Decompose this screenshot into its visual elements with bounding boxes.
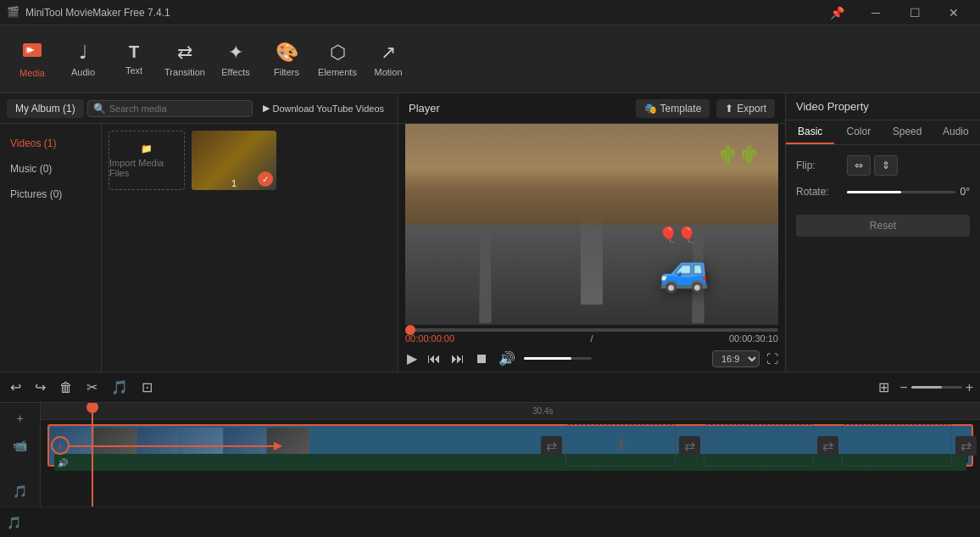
current-time: 00:00:00:00 [405,333,454,344]
app-icon: 🎬 [7,6,20,20]
rotate-row: Rotate: 0° [796,186,970,198]
toolbar-text[interactable]: T Text [109,30,159,89]
rewind-button[interactable]: ⏮ [426,350,443,368]
pin-button[interactable]: 📌 [817,0,856,25]
reset-button[interactable]: Reset [796,215,970,237]
flip-horizontal-button[interactable]: ⇔ [847,155,871,176]
media-label: Media [19,68,45,78]
layout-button[interactable]: ⊞ [875,378,893,397]
main-area: My Album (1) 🔍 ▶ Download YouTube Videos… [0,93,980,372]
motion-label: Motion [374,67,402,77]
toolbar-transition[interactable]: ⇄ Transition [159,30,210,89]
sidebar-music[interactable]: Music (0) [0,156,101,182]
youtube-label: Download YouTube Videos [273,103,385,114]
zoom-slider[interactable] [911,386,962,389]
template-button[interactable]: 🎭 Template [636,99,710,118]
slot-arrow-1[interactable]: ⇄ [541,436,562,456]
right-panel: Video Property Basic Color Speed Audio F… [785,93,980,372]
left-panel-content: Videos (1) Music (0) Pictures (0) 📁 Impo… [0,124,398,372]
timeline-content: + 📹 🎵 30.4s ↕ [0,403,980,506]
youtube-download-button[interactable]: ▶ Download YouTube Videos [256,101,392,115]
zoom-control: − + [899,380,973,395]
add-music-button[interactable]: 🎵 [7,516,21,529]
flip-row: Flip: ⇔ ⇕ [796,155,970,176]
rotate-control: 0° [847,186,970,198]
search-icon: 🔍 [93,103,106,115]
arrow-circle: ↕ [51,436,70,455]
toolbar-motion[interactable]: ↗ Motion [363,30,414,89]
prop-tab-basic[interactable]: Basic [786,120,834,144]
export-button[interactable]: ⬆ Export [716,99,775,118]
minimize-button[interactable]: ─ [856,0,895,25]
toolbar-audio[interactable]: ♩ Audio [58,30,109,89]
sidebar-pictures[interactable]: Pictures (0) [0,182,101,207]
video-property-header: Video Property [786,93,980,120]
video-preview: 🚙 🎈🎈 🌵🌵 [405,124,778,325]
stop-button[interactable]: ⏹ [473,350,490,368]
slot-arrow-4[interactable]: ⇄ [955,436,977,456]
search-input[interactable] [109,103,247,114]
player-time: 00:00:00:00 / 00:00:30:10 [398,332,785,345]
rotate-label: Rotate: [796,186,847,198]
prop-tab-audio[interactable]: Audio [932,120,980,144]
window-controls: 📌 ─ ☐ ✕ [817,0,973,25]
player-progress[interactable] [398,328,785,332]
progress-thumb[interactable] [405,325,415,335]
arrow-indicator: ↕ [51,436,70,455]
flip-vertical-button[interactable]: ⇕ [874,155,898,176]
music-track-area: 🎵 [0,506,980,537]
sidebar-videos[interactable]: Videos (1) [0,131,101,156]
playhead[interactable] [92,403,93,506]
toolbar-filters[interactable]: 🎨 Filters [261,30,312,89]
add-track-button[interactable]: + [8,406,32,430]
empty-slot-1: ⬇ [565,424,676,467]
media-thumbnail-1[interactable]: 1 ✓ [192,131,276,190]
delete-button[interactable]: 🗑 [56,378,76,397]
undo-button[interactable]: ↩ [7,378,25,397]
player-header: Player 🎭 Template ⬆ Export [398,93,785,124]
volume-slider[interactable] [524,357,592,360]
timeline-track-controls: + 📹 🎵 [0,403,41,506]
rotate-slider[interactable] [847,191,955,193]
my-album-tab[interactable]: My Album (1) [7,99,84,118]
motion-icon: ↗ [381,42,396,64]
close-button[interactable]: ✕ [934,0,973,25]
import-label: Import Media Files [109,158,184,178]
zoom-out-button[interactable]: − [899,380,907,395]
media-number: 1 [231,178,237,188]
total-time: 00:00:30:10 [729,333,778,344]
slot-arrow-2[interactable]: ⇄ [679,436,700,456]
left-panel: My Album (1) 🔍 ▶ Download YouTube Videos… [0,93,398,372]
video-crop-button[interactable]: ⊡ [138,378,156,397]
progress-bar[interactable] [405,328,778,332]
player-video: 🚙 🎈🎈 🌵🌵 [405,124,778,325]
prop-tab-speed[interactable]: Speed [883,120,932,144]
empty-slots: ⇄ ⬇ ⇄ ⇄ ⇄ [537,420,980,471]
flip-label: Flip: [796,159,847,171]
drop-icon-1: ⬇ [615,436,627,455]
redo-button[interactable]: ↪ [31,378,49,397]
volume-fill [524,357,571,360]
audio-crop-button[interactable]: 🎵 [108,378,131,397]
slot-arrow-3[interactable]: ⇄ [817,436,838,456]
toolbar-media[interactable]: Media [7,30,58,89]
toolbar: Media ♩ Audio T Text ⇄ Transition ✦ Effe… [0,25,980,93]
prop-tab-color[interactable]: Color [834,120,883,144]
play-button[interactable]: ▶ [405,349,419,368]
video-trees: 🌵🌵 [717,144,760,165]
toolbar-effects[interactable]: ✦ Effects [210,30,261,89]
fullscreen-button[interactable]: ⛶ [766,352,778,366]
export-icon: ⬆ [725,103,733,115]
cut-button[interactable]: ✂ [83,378,101,397]
fast-forward-button[interactable]: ⏭ [449,350,466,368]
zoom-in-button[interactable]: + [966,380,973,395]
aspect-ratio-select[interactable]: 16:9 9:16 4:3 1:1 [712,350,760,367]
volume-button[interactable]: 🔊 [497,349,517,368]
media-sidebar: Videos (1) Music (0) Pictures (0) [0,124,102,372]
search-bar[interactable]: 🔍 [87,100,253,117]
elements-icon: ⬡ [330,42,346,64]
maximize-button[interactable]: ☐ [895,0,934,25]
import-media-button[interactable]: 📁 Import Media Files [109,131,185,190]
toolbar-elements[interactable]: ⬡ Elements [312,30,363,89]
video-car: 🚙 [659,245,711,294]
